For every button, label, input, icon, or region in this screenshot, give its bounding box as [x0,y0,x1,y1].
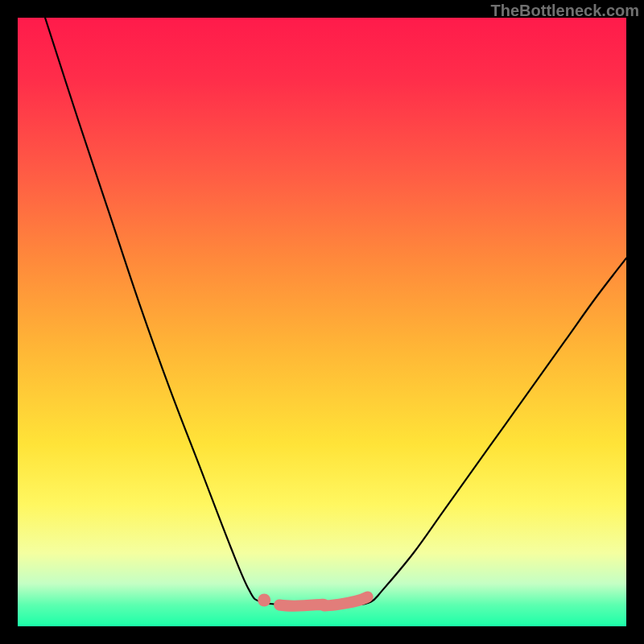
watermark-label: TheBottleneck.com [491,2,639,20]
plot-area [18,18,626,626]
bottleneck-curve [18,18,626,626]
chart-frame [18,18,626,626]
basin-highlight [279,597,368,606]
basin-left-dot [258,594,270,607]
curve-path [45,18,626,605]
